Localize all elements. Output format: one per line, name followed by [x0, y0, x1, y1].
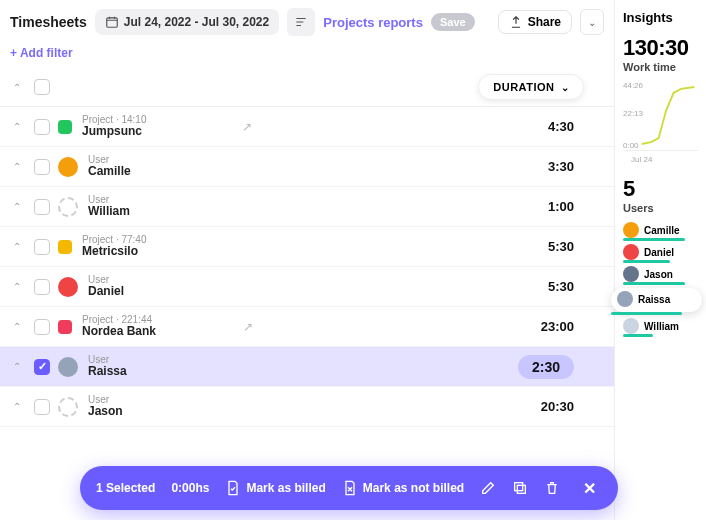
user-row[interactable]: ⌃UserJason20:30: [0, 387, 614, 427]
user-time-bar: [623, 238, 685, 241]
share-dropdown[interactable]: ⌄: [580, 9, 604, 35]
chevron-down-icon: ⌄: [588, 17, 596, 28]
insights-user-item[interactable]: Camille: [623, 222, 698, 238]
row-name: Camille: [88, 165, 131, 178]
edit-button[interactable]: [480, 480, 496, 496]
row-name: Jason: [88, 405, 123, 418]
row-checkbox[interactable]: [34, 319, 50, 335]
row-checkbox[interactable]: [34, 359, 50, 375]
svg-rect-0: [107, 18, 118, 27]
insights-user-item[interactable]: Raissa: [611, 288, 702, 312]
project-row[interactable]: ⌃Project · 221:44Nordea Bank↗23:00: [0, 307, 614, 347]
insights-user-item[interactable]: Daniel: [623, 244, 698, 260]
add-filter-button[interactable]: + Add filter: [0, 44, 614, 68]
user-row[interactable]: ⌃UserRaissa2:30: [0, 347, 614, 387]
mark-not-billed-button[interactable]: Mark as not billed: [342, 480, 464, 496]
row-collapse-icon[interactable]: ⌃: [10, 241, 24, 252]
user-row[interactable]: ⌃UserCamille3:30: [0, 147, 614, 187]
row-checkbox[interactable]: [34, 159, 50, 175]
row-name: Raissa: [88, 365, 127, 378]
user-row[interactable]: ⌃UserWilliam1:00: [0, 187, 614, 227]
row-checkbox[interactable]: [34, 239, 50, 255]
calendar-icon: [105, 15, 119, 29]
project-color-dot: [58, 240, 72, 254]
document-check-icon: [225, 480, 241, 496]
row-name: Jumpsunc: [82, 125, 146, 138]
users-count: 5: [623, 176, 698, 202]
user-avatar-placeholder: [58, 397, 78, 417]
row-collapse-icon[interactable]: ⌃: [10, 361, 24, 372]
user-time-bar: [623, 260, 670, 263]
chart-x-label: Jul 24: [631, 155, 698, 164]
duration-column-header[interactable]: DURATION ⌄: [478, 74, 584, 100]
row-duration: 5:30: [548, 239, 574, 254]
selection-action-bar: 1 Selected 0:00hs Mark as billed Mark as…: [80, 466, 618, 510]
user-avatar: [617, 291, 633, 307]
close-bar-button[interactable]: ✕: [576, 475, 602, 501]
row-duration: 4:30: [548, 119, 574, 134]
collapse-all-icon[interactable]: ⌃: [10, 82, 24, 93]
page-title: Timesheets: [10, 14, 87, 30]
user-avatar-placeholder: [58, 197, 78, 217]
user-avatar: [623, 318, 639, 334]
open-external-icon[interactable]: ↗: [243, 320, 253, 334]
project-row[interactable]: ⌃Project · 14:10Jumpsunc↗4:30: [0, 107, 614, 147]
selection-hours: 0:00hs: [171, 481, 209, 495]
selection-count: 1 Selected: [96, 481, 155, 495]
work-time-value: 130:30: [623, 35, 698, 61]
user-avatar: [58, 277, 78, 297]
user-name: Camille: [644, 225, 680, 236]
delete-button[interactable]: [544, 480, 560, 496]
project-color-dot: [58, 320, 72, 334]
svg-rect-2: [515, 483, 523, 491]
svg-rect-1: [517, 485, 525, 493]
project-color-dot: [58, 120, 72, 134]
row-collapse-icon[interactable]: ⌃: [10, 321, 24, 332]
user-avatar: [623, 222, 639, 238]
user-name: William: [644, 321, 679, 332]
document-x-icon: [342, 480, 358, 496]
row-collapse-icon[interactable]: ⌃: [10, 401, 24, 412]
projects-reports-link[interactable]: Projects reports: [323, 15, 423, 30]
user-avatar: [58, 357, 78, 377]
row-checkbox[interactable]: [34, 279, 50, 295]
row-checkbox[interactable]: [34, 399, 50, 415]
share-button[interactable]: Share: [498, 10, 572, 34]
date-range-picker[interactable]: Jul 24, 2022 - Jul 30, 2022: [95, 9, 279, 35]
insights-user-item[interactable]: William: [623, 318, 698, 334]
open-external-icon[interactable]: ↗: [242, 120, 252, 134]
project-row[interactable]: ⌃Project · 77:40Metricsilo5:30: [0, 227, 614, 267]
user-name: Raissa: [638, 294, 670, 305]
row-duration: 23:00: [541, 319, 574, 334]
row-checkbox[interactable]: [34, 119, 50, 135]
row-name: William: [88, 205, 130, 218]
work-time-chart: 44:26 22:13 0:00: [623, 81, 698, 151]
share-icon: [509, 15, 523, 29]
user-avatar: [623, 244, 639, 260]
insights-user-item[interactable]: Jason: [623, 266, 698, 282]
users-label: Users: [623, 202, 698, 214]
row-collapse-icon[interactable]: ⌃: [10, 121, 24, 132]
row-checkbox[interactable]: [34, 199, 50, 215]
row-duration: 5:30: [548, 279, 574, 294]
date-range-text: Jul 24, 2022 - Jul 30, 2022: [124, 15, 269, 29]
row-collapse-icon[interactable]: ⌃: [10, 281, 24, 292]
row-name: Metricsilo: [82, 245, 146, 258]
row-duration: 2:30: [518, 355, 574, 379]
user-avatar: [623, 266, 639, 282]
select-all-checkbox[interactable]: [34, 79, 50, 95]
user-avatar: [58, 157, 78, 177]
row-duration: 3:30: [548, 159, 574, 174]
copy-button[interactable]: [512, 480, 528, 496]
list-view-toggle[interactable]: [287, 8, 315, 36]
chevron-down-icon: ⌄: [561, 82, 570, 93]
save-button[interactable]: Save: [431, 13, 475, 31]
row-collapse-icon[interactable]: ⌃: [10, 161, 24, 172]
mark-billed-button[interactable]: Mark as billed: [225, 480, 325, 496]
user-name: Jason: [644, 269, 673, 280]
row-name: Nordea Bank: [82, 325, 156, 338]
row-collapse-icon[interactable]: ⌃: [10, 201, 24, 212]
user-row[interactable]: ⌃UserDaniel5:30: [0, 267, 614, 307]
user-name: Daniel: [644, 247, 674, 258]
row-name: Daniel: [88, 285, 124, 298]
